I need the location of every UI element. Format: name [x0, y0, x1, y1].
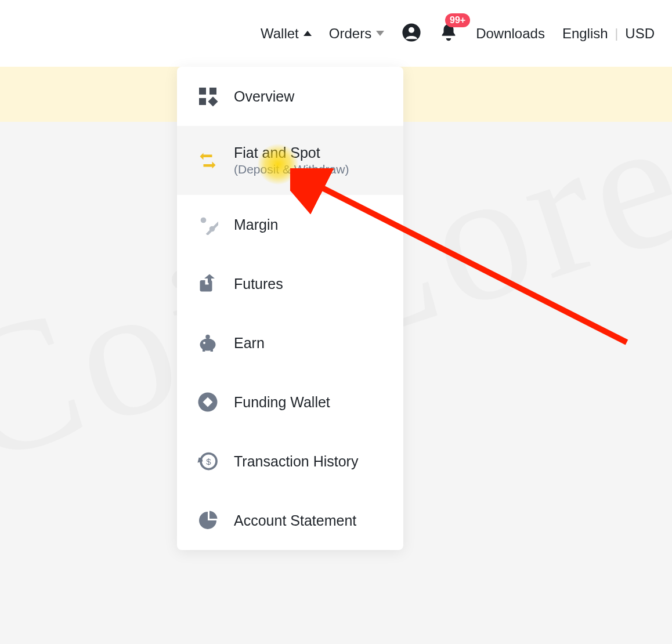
grid-icon — [197, 85, 219, 107]
menu-sub-fiat-spot: (Deposit & Withdraw) — [234, 162, 349, 176]
separator: | — [615, 26, 619, 41]
wallet-dropdown: Overview Fiat and Spot (Deposit & Withdr… — [177, 67, 403, 550]
svg-rect-4 — [209, 88, 216, 95]
downloads-label: Downloads — [476, 26, 545, 42]
futures-icon — [197, 273, 219, 295]
menu-item-overview[interactable]: Overview — [177, 67, 403, 126]
svg-point-11 — [200, 339, 216, 351]
orders-label: Orders — [329, 26, 371, 42]
menu-item-transaction-history[interactable]: $ Transaction History — [177, 432, 403, 491]
caret-up-icon — [304, 31, 312, 36]
percent-icon — [197, 214, 219, 236]
svg-text:$: $ — [206, 457, 211, 466]
menu-label-overview: Overview — [234, 88, 294, 105]
history-icon: $ — [197, 450, 219, 472]
account-icon[interactable] — [402, 23, 421, 45]
svg-rect-15 — [211, 349, 214, 352]
menu-label-statement: Account Statement — [234, 512, 356, 529]
wallet-label: Wallet — [261, 26, 299, 42]
svg-rect-14 — [203, 349, 205, 352]
menu-label-fiat-spot: Fiat and Spot — [234, 144, 349, 161]
exchange-icon — [197, 150, 219, 172]
menu-item-funding-wallet[interactable]: Funding Wallet — [177, 372, 403, 432]
svg-point-2 — [409, 27, 414, 32]
language-label: English — [562, 26, 608, 42]
menu-label-earn: Earn — [234, 335, 265, 352]
svg-rect-5 — [199, 98, 206, 105]
menu-item-account-statement[interactable]: Account Statement — [177, 491, 403, 550]
svg-point-13 — [203, 342, 205, 344]
menu-label-history: Transaction History — [234, 453, 358, 470]
menu-item-margin[interactable]: Margin — [177, 195, 403, 254]
menu-item-fiat-spot[interactable]: Fiat and Spot (Deposit & Withdraw) — [177, 126, 403, 195]
notification-badge: 99+ — [445, 13, 470, 27]
top-nav: Wallet Orders 99+ Downloads English | US… — [0, 0, 672, 67]
language-selector[interactable]: English — [562, 26, 608, 42]
notifications-button[interactable]: 99+ — [439, 23, 458, 45]
caret-down-icon — [376, 31, 384, 36]
menu-item-earn[interactable]: Earn — [177, 313, 403, 372]
menu-item-futures[interactable]: Futures — [177, 254, 403, 313]
menu-label-funding: Funding Wallet — [234, 394, 330, 411]
orders-nav-item[interactable]: Orders — [329, 26, 384, 42]
piggy-icon — [197, 332, 219, 354]
svg-rect-3 — [199, 88, 206, 95]
wallet-nav-item[interactable]: Wallet — [261, 26, 312, 42]
bell-icon — [439, 34, 458, 44]
diamond-circle-icon — [197, 391, 219, 413]
svg-point-12 — [205, 335, 210, 339]
pie-icon — [197, 509, 219, 531]
svg-point-7 — [201, 218, 207, 223]
menu-label-margin: Margin — [234, 216, 278, 233]
svg-rect-6 — [208, 97, 218, 107]
currency-label: USD — [625, 26, 655, 42]
currency-selector[interactable]: USD — [625, 26, 655, 42]
downloads-nav-item[interactable]: Downloads — [476, 26, 545, 42]
menu-label-futures: Futures — [234, 276, 283, 292]
